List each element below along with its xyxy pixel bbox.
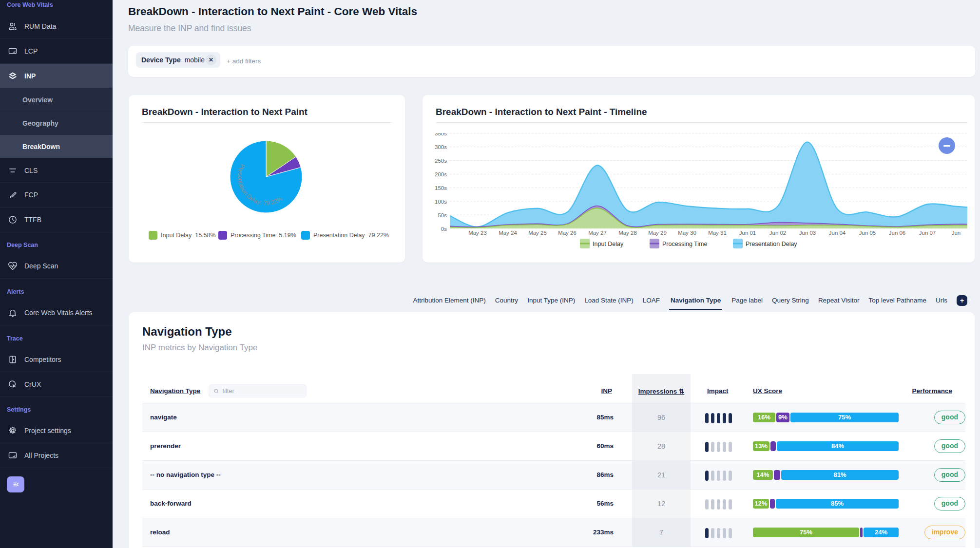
svg-text:300s: 300s — [435, 144, 447, 150]
svg-text:Processing Time: Processing Time — [662, 241, 707, 247]
svg-text:Input Delay: Input Delay — [593, 241, 624, 247]
svg-text:Presentation Delay: Presentation Delay — [746, 241, 797, 247]
svg-text:Jun 06: Jun 06 — [889, 230, 906, 236]
svg-text:May 30: May 30 — [678, 230, 696, 236]
svg-text:May 25: May 25 — [528, 230, 547, 236]
svg-text:350s: 350s — [435, 133, 447, 136]
svg-text:Jun 05: Jun 05 — [859, 230, 876, 236]
svg-text:May 29: May 29 — [648, 230, 667, 236]
svg-text:0s: 0s — [441, 226, 447, 232]
svg-text:May 28: May 28 — [618, 230, 637, 236]
svg-text:Jun 07: Jun 07 — [919, 230, 936, 236]
svg-text:May 24: May 24 — [499, 230, 517, 236]
svg-text:250s: 250s — [435, 158, 447, 164]
svg-text:May 23: May 23 — [468, 230, 487, 236]
svg-text:Jun 02: Jun 02 — [769, 230, 787, 236]
svg-text:May 26: May 26 — [558, 230, 576, 236]
svg-text:Jun 01: Jun 01 — [739, 230, 756, 236]
svg-text:Jun: Jun — [952, 230, 961, 236]
svg-text:150s: 150s — [435, 185, 447, 191]
svg-text:100s: 100s — [435, 199, 447, 205]
svg-text:Jun 04: Jun 04 — [829, 230, 846, 236]
svg-text:50s: 50s — [438, 212, 447, 218]
svg-text:200s: 200s — [435, 171, 447, 177]
svg-text:May 27: May 27 — [588, 230, 607, 236]
svg-text:May 31: May 31 — [708, 230, 727, 236]
svg-text:Jun 03: Jun 03 — [799, 230, 816, 236]
